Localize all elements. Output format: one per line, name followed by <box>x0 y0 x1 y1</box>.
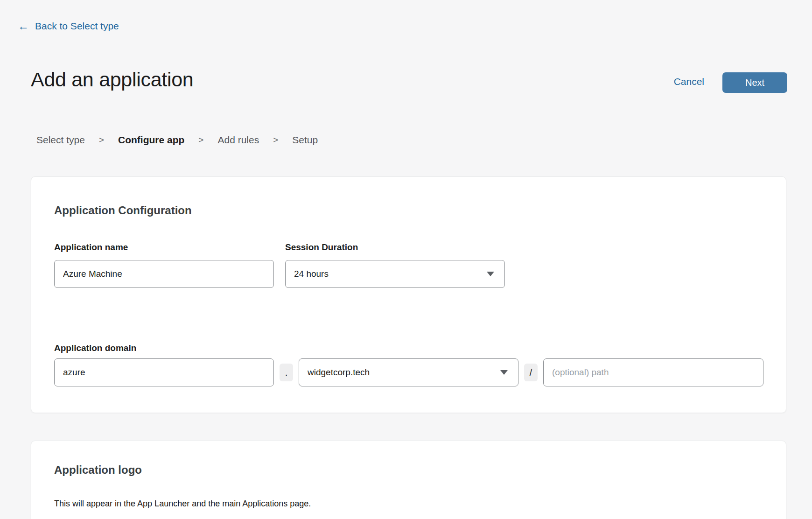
session-duration-selected-value: 24 hours <box>294 269 329 279</box>
application-logo-description: This will appear in the App Launcher and… <box>54 499 311 509</box>
back-arrow-icon: ← <box>18 21 29 32</box>
application-logo-heading: Application logo <box>54 463 142 477</box>
breadcrumb: Select type > Configure app > Add rules … <box>36 134 318 146</box>
breadcrumb-separator: > <box>273 135 278 145</box>
breadcrumb-step-configure-app[interactable]: Configure app <box>118 134 184 146</box>
session-duration-label: Session Duration <box>285 242 358 252</box>
breadcrumb-step-setup[interactable]: Setup <box>292 134 318 146</box>
subdomain-input[interactable] <box>54 358 274 386</box>
application-domain-label: Application domain <box>54 343 136 353</box>
domain-dot-separator: . <box>280 364 293 381</box>
chevron-down-icon <box>487 272 494 276</box>
application-name-label: Application name <box>54 242 128 252</box>
back-link-label: Back to Select type <box>35 21 119 32</box>
cancel-button[interactable]: Cancel <box>674 76 704 87</box>
domain-selected-value: widgetcorp.tech <box>308 367 370 378</box>
next-button[interactable]: Next <box>722 72 787 93</box>
application-configuration-card: Application Configuration Application na… <box>31 176 786 413</box>
page-title: Add an application <box>31 68 193 91</box>
breadcrumb-separator: > <box>99 135 104 145</box>
path-input[interactable] <box>543 358 763 386</box>
domain-select[interactable]: widgetcorp.tech <box>299 358 518 386</box>
application-name-input[interactable] <box>54 260 274 288</box>
back-to-select-type-link[interactable]: ← Back to Select type <box>18 21 119 32</box>
application-logo-card: Application logo This will appear in the… <box>31 441 786 519</box>
domain-slash-separator: / <box>524 364 538 381</box>
session-duration-select[interactable]: 24 hours <box>285 260 505 288</box>
chevron-down-icon <box>500 370 508 375</box>
application-configuration-heading: Application Configuration <box>54 204 192 217</box>
breadcrumb-step-select-type[interactable]: Select type <box>36 134 85 146</box>
breadcrumb-separator: > <box>198 135 203 145</box>
breadcrumb-step-add-rules[interactable]: Add rules <box>217 134 259 146</box>
